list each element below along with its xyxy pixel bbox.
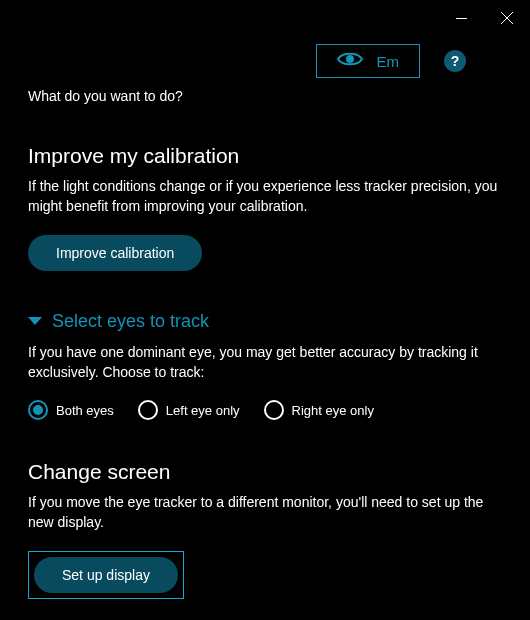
select-eyes-header[interactable]: Select eyes to track <box>28 311 502 332</box>
change-screen-title: Change screen <box>28 460 502 484</box>
titlebar <box>0 0 530 32</box>
radio-icon <box>28 400 48 420</box>
header-row: Em ? <box>0 32 530 88</box>
main-content: What do you want to do? Improve my calib… <box>0 88 530 619</box>
eyes-radio-group: Both eyes Left eye only Right eye only <box>28 400 502 420</box>
setup-display-button[interactable]: Set up display <box>34 557 178 593</box>
eye-icon <box>337 51 363 71</box>
svg-rect-0 <box>456 18 467 19</box>
svg-point-3 <box>346 55 354 63</box>
profile-label: Em <box>377 53 400 70</box>
radio-left-eye[interactable]: Left eye only <box>138 400 240 420</box>
radio-icon <box>264 400 284 420</box>
select-eyes-body: If you have one dominant eye, you may ge… <box>28 342 502 383</box>
radio-right-eye[interactable]: Right eye only <box>264 400 374 420</box>
radio-label: Right eye only <box>292 403 374 418</box>
help-button[interactable]: ? <box>444 50 466 72</box>
profile-selector[interactable]: Em <box>316 44 421 78</box>
calibration-title: Improve my calibration <box>28 144 502 168</box>
prompt-text: What do you want to do? <box>28 88 502 104</box>
radio-both-eyes[interactable]: Both eyes <box>28 400 114 420</box>
calibration-body: If the light conditions change or if you… <box>28 176 502 217</box>
chevron-down-icon <box>28 317 42 325</box>
improve-calibration-button[interactable]: Improve calibration <box>28 235 202 271</box>
minimize-button[interactable] <box>438 4 484 32</box>
help-icon-text: ? <box>451 53 460 69</box>
radio-label: Both eyes <box>56 403 114 418</box>
setup-display-highlight: Set up display <box>28 551 184 599</box>
change-screen-body: If you move the eye tracker to a differe… <box>28 492 502 533</box>
close-button[interactable] <box>484 4 530 32</box>
select-eyes-title: Select eyes to track <box>52 311 209 332</box>
radio-label: Left eye only <box>166 403 240 418</box>
radio-icon <box>138 400 158 420</box>
